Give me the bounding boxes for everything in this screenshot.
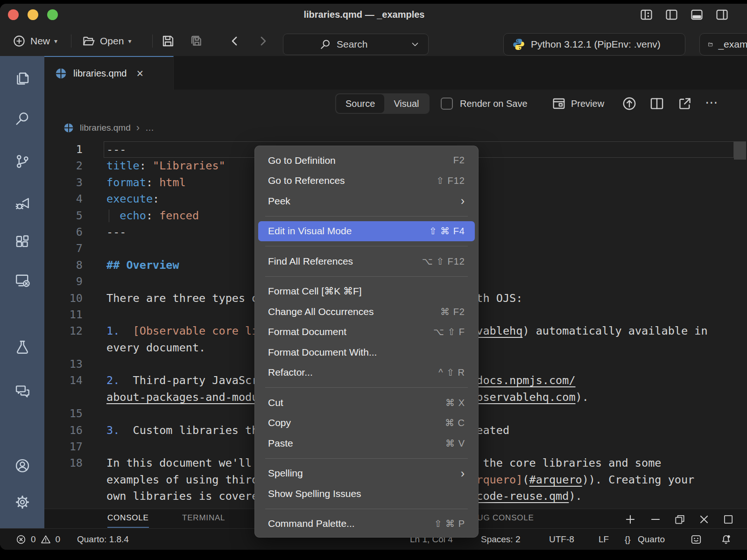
line-number: 13 bbox=[44, 356, 83, 372]
menu-item-label: Show Spelling Issues bbox=[268, 488, 361, 499]
editor-scrollbar[interactable] bbox=[734, 141, 746, 160]
line-number: 8 bbox=[44, 257, 83, 273]
customize-layout-icon[interactable] bbox=[639, 7, 654, 22]
search-input[interactable]: Search bbox=[283, 34, 429, 55]
indentation-status[interactable]: Spaces: 2 bbox=[481, 529, 521, 550]
forward-button[interactable] bbox=[256, 26, 270, 56]
menu-item-refactor[interactable]: Refactor...^ ⇧ R bbox=[258, 363, 475, 383]
extensions-icon[interactable] bbox=[14, 234, 31, 251]
visual-mode-button[interactable]: Visual bbox=[384, 94, 428, 113]
back-button[interactable] bbox=[228, 26, 242, 56]
encoding-status[interactable]: UTF-8 bbox=[549, 529, 574, 550]
menu-item-shortcut: F2 bbox=[453, 155, 465, 166]
breadcrumb: libraries.qmd › … bbox=[44, 118, 747, 138]
tab-close-icon[interactable]: × bbox=[136, 67, 143, 80]
chevron-left-icon bbox=[228, 34, 242, 48]
chevron-down-icon[interactable] bbox=[409, 39, 421, 50]
code-segment bbox=[120, 324, 133, 337]
comments-icon[interactable] bbox=[14, 383, 31, 399]
publish-icon[interactable] bbox=[621, 96, 637, 112]
problems-status[interactable]: 0 0 bbox=[15, 529, 60, 550]
panel-tab-terminal[interactable]: TERMINAL bbox=[182, 509, 225, 528]
workspace-button[interactable]: _examples bbox=[699, 33, 747, 56]
close-panel-icon[interactable] bbox=[698, 513, 710, 525]
open-external-icon[interactable] bbox=[677, 96, 693, 112]
new-console-icon[interactable] bbox=[624, 513, 636, 525]
maximize-panel-icon[interactable] bbox=[722, 513, 734, 525]
traffic-lights bbox=[8, 9, 58, 20]
menu-separator bbox=[265, 246, 468, 246]
toggle-bottom-panel-icon[interactable] bbox=[690, 7, 704, 22]
code-text: --- bbox=[106, 224, 126, 240]
menu-item-spelling[interactable]: Spelling› bbox=[258, 463, 475, 484]
source-control-icon[interactable] bbox=[14, 153, 31, 170]
source-mode-button[interactable]: Source bbox=[336, 94, 384, 113]
line-number: 18 bbox=[44, 455, 83, 471]
settings-gear-icon[interactable] bbox=[14, 494, 31, 511]
run-debug-icon[interactable] bbox=[14, 195, 31, 212]
save-button[interactable] bbox=[161, 26, 176, 56]
menu-item-peek[interactable]: Peek› bbox=[258, 191, 475, 211]
menu-item-show-spelling-issues[interactable]: Show Spelling Issues bbox=[258, 483, 475, 504]
open-button[interactable]: Open▾ bbox=[82, 26, 131, 56]
error-count: 0 bbox=[31, 529, 36, 550]
code-segment: : bbox=[146, 176, 159, 189]
more-actions-icon[interactable]: ⋯ bbox=[705, 90, 719, 118]
panel-tab-console[interactable]: CONSOLE bbox=[107, 509, 149, 528]
menu-item-label: Find All References bbox=[268, 256, 353, 267]
tab-libraries-qmd[interactable]: libraries.qmd × bbox=[44, 56, 174, 90]
feedback-smiley-icon[interactable] bbox=[690, 533, 702, 546]
split-editor-icon[interactable] bbox=[649, 96, 665, 112]
eol-status[interactable]: LF bbox=[599, 529, 609, 550]
preview-button[interactable]: Preview bbox=[551, 90, 604, 118]
explorer-icon[interactable] bbox=[14, 70, 31, 87]
render-on-save-checkbox[interactable] bbox=[441, 98, 453, 110]
code-segment: )). Creating your bbox=[582, 473, 695, 486]
line-number: 7 bbox=[44, 240, 83, 257]
interpreter-selector[interactable]: Python 3.12.1 (PipEnv: .venv) bbox=[503, 33, 685, 56]
quarto-file-icon bbox=[55, 67, 67, 80]
sessions-icon[interactable] bbox=[14, 272, 31, 289]
menu-item-change-all-occurrences[interactable]: Change All Occurrences⌘ F2 bbox=[258, 301, 475, 322]
search-view-icon[interactable] bbox=[14, 110, 31, 127]
toggle-right-panel-icon[interactable] bbox=[715, 7, 729, 22]
menu-item-find-all-references[interactable]: Find All References⌥ ⇧ F12 bbox=[258, 251, 475, 272]
quarto-version-status[interactable]: Quarto: 1.8.4 bbox=[77, 529, 129, 550]
menu-item-cut[interactable]: Cut⌘ X bbox=[258, 392, 475, 413]
menu-separator bbox=[265, 387, 468, 388]
code-text: title: "Libraries" bbox=[106, 158, 226, 174]
menu-item-label: Edit in Visual Mode bbox=[268, 225, 352, 237]
menu-item-go-to-definition[interactable]: Go to DefinitionF2 bbox=[258, 150, 475, 171]
toolbar-divider bbox=[71, 35, 71, 48]
menu-item-format-document-with[interactable]: Format Document With... bbox=[258, 342, 475, 363]
code-segment: code-reuse.qmd bbox=[476, 490, 569, 503]
toggle-left-panel-icon[interactable] bbox=[664, 7, 679, 22]
menu-item-format-document[interactable]: Format Document⌥ ⇧ F bbox=[258, 322, 475, 343]
minimize-window-button[interactable] bbox=[28, 9, 38, 20]
zoom-window-button[interactable] bbox=[47, 9, 58, 20]
menu-item-label: Format Document With... bbox=[268, 347, 377, 358]
window-title: libraries.qmd — _examples bbox=[177, 4, 551, 26]
new-button[interactable]: New▾ bbox=[12, 26, 57, 56]
menu-item-paste[interactable]: Paste⌘ V bbox=[258, 433, 475, 454]
test-flask-icon[interactable] bbox=[14, 339, 31, 356]
menu-item-copy[interactable]: Copy⌘ C bbox=[258, 413, 475, 434]
close-window-button[interactable] bbox=[8, 9, 19, 20]
menu-item-shortcut: ⇧ ⌘ F4 bbox=[429, 225, 465, 237]
save-all-button[interactable] bbox=[189, 26, 204, 56]
breadcrumb-more[interactable]: … bbox=[145, 123, 154, 133]
code-text: ## Overview bbox=[106, 257, 179, 273]
code-segment: 1. bbox=[106, 324, 120, 337]
menu-item-go-to-references[interactable]: Go to References⇧ F12 bbox=[258, 171, 475, 191]
minimize-panel-icon[interactable] bbox=[649, 513, 662, 525]
language-mode-status[interactable]: {} Quarto bbox=[625, 529, 665, 550]
account-icon[interactable] bbox=[14, 457, 31, 474]
notifications-bell-icon[interactable] bbox=[720, 533, 732, 546]
menu-item-edit-in-visual-mode[interactable]: Edit in Visual Mode⇧ ⌘ F4 bbox=[258, 221, 475, 242]
menu-item-label: Format Document bbox=[268, 326, 346, 337]
restore-panel-icon[interactable] bbox=[674, 513, 686, 525]
menu-item-format-cell-k-f[interactable]: Format Cell [⌘K ⌘F] bbox=[258, 281, 475, 302]
breadcrumb-file[interactable]: libraries.qmd bbox=[80, 123, 131, 133]
line-number: 10 bbox=[44, 290, 83, 307]
menu-item-command-palette[interactable]: Command Palette...⇧ ⌘ P bbox=[258, 514, 475, 534]
